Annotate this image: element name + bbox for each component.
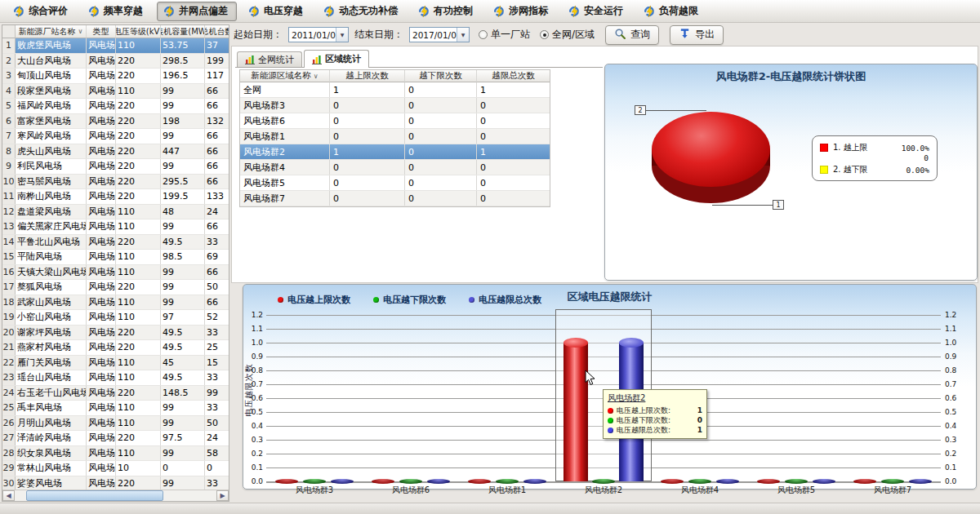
station-table-row[interactable]: 1败虎堡风电场风电场11053.7537 [2, 38, 229, 54]
region-table-row[interactable]: 风电场群2101 [240, 144, 550, 160]
station-table-row[interactable]: 26月明山风电场风电场1109950 [2, 416, 229, 432]
tab-grid-stats[interactable]: 全网统计 [237, 51, 302, 67]
station-cell: 220 [116, 159, 161, 174]
station-table-row[interactable]: 21燕家村风电场风电场22049.525 [2, 340, 229, 356]
bar-zero-series-2[interactable] [331, 479, 354, 484]
station-cell: 织女泉风电场 [16, 446, 87, 461]
end-date-input[interactable]: 2017/01/0 ▼ [409, 27, 470, 42]
region-col-header[interactable]: 越上限次数 [330, 70, 405, 82]
toolbar-tab[interactable]: 动态无功补偿 [317, 2, 407, 21]
radio-option[interactable]: 全网/区域 [540, 28, 595, 42]
start-date-input[interactable]: 2011/01/0 ▼ [288, 27, 349, 42]
region-table-row[interactable]: 全网101 [240, 82, 550, 98]
station-col-header[interactable]: 总机台数 [205, 25, 229, 38]
station-table-row[interactable]: 17獒狐风电场风电场2209950 [2, 280, 229, 295]
bar-series-0[interactable] [564, 343, 588, 481]
region-cell: 0 [405, 175, 477, 190]
region-table-row[interactable]: 风电场群4000 [240, 160, 550, 175]
toolbar-tab[interactable]: 综合评价 [7, 2, 77, 21]
station-table-row[interactable]: 29常林山风电场风电场1000 [2, 461, 229, 476]
toolbar-tab[interactable]: 并网点偏差 [157, 2, 237, 21]
chevron-down-icon[interactable]: ▼ [336, 28, 348, 42]
bar-zero-series-2[interactable] [813, 479, 835, 484]
station-col-header[interactable]: 装机容量(MW) [161, 25, 205, 38]
station-table-row[interactable]: 24右玉老千山风电场风电场220148.599 [2, 386, 229, 401]
station-col-header[interactable]: 电压等级(kV) [116, 25, 161, 38]
y-tick-label: 0.1 [243, 463, 263, 472]
bar-zero-series-1[interactable] [785, 479, 808, 484]
tab-region-stats[interactable]: 区域统计 [304, 50, 369, 68]
region-table-row[interactable]: 风电场群1000 [240, 129, 550, 144]
station-table-row[interactable]: 13偏关黑家庄风电场风电场1109966 [2, 219, 229, 235]
station-col-header[interactable]: 类型 [87, 25, 116, 38]
bar-zero-series-2[interactable] [909, 479, 932, 484]
bar-zero-series-2[interactable] [716, 479, 739, 484]
horizontal-scrollbar[interactable]: ◀ ▶ [2, 490, 229, 501]
station-cell: 平陆风电场 [16, 250, 87, 264]
station-table-row[interactable]: 22雁门关风电场风电场1104515 [2, 356, 229, 371]
station-cell: 117 [205, 69, 229, 83]
station-table-row[interactable]: 2大山台风电场风电场220298.5199 [2, 54, 229, 69]
scroll-left-arrow-icon[interactable]: ◀ [2, 490, 15, 501]
bar-zero-series-1[interactable] [496, 479, 519, 484]
station-table-row[interactable]: 4段家堡风电场风电场1109966 [2, 84, 229, 100]
export-button[interactable]: 导出 [670, 25, 724, 45]
bar-zero-series-0[interactable] [275, 479, 298, 484]
toolbar-tab[interactable]: 有功控制 [412, 2, 482, 21]
station-table-row[interactable]: 20谢家坪风电场风电场22049.533 [2, 326, 229, 341]
region-cell: 风电场群7 [240, 191, 330, 206]
bar-zero-series-1[interactable] [688, 479, 711, 484]
toolbar-tab[interactable]: 电压穿越 [242, 2, 312, 21]
station-table-row[interactable]: 9利民风电场风电场2209966 [2, 159, 229, 175]
region-col-header[interactable]: 越限总次数 [477, 70, 550, 82]
station-table-row[interactable]: 11南桦山风电场风电场220199.5133 [2, 189, 229, 205]
region-table-row[interactable]: 风电场群7000 [240, 191, 550, 206]
toolbar-tab[interactable]: 频率穿越 [82, 2, 152, 21]
region-table-row[interactable]: 风电场群6000 [240, 113, 550, 129]
station-table-row[interactable]: 28织女泉风电场风电场1109958 [2, 446, 229, 462]
station-table-row[interactable]: 10密马鬃风电场风电场220295.566 [2, 175, 229, 190]
bar-zero-series-0[interactable] [853, 479, 876, 484]
bar-zero-series-1[interactable] [399, 479, 422, 484]
row-index: 18 [2, 295, 16, 310]
station-table-row[interactable]: 6富家堡风电场风电场220198132 [2, 114, 229, 130]
station-table-row[interactable]: 12盘道梁风电场风电场1104824 [2, 205, 229, 220]
station-table-row[interactable]: 23瑶台山风电场风电场11049.533 [2, 370, 229, 386]
pie-slice[interactable] [652, 112, 770, 205]
region-col-header[interactable]: 越下限次数 [405, 70, 477, 82]
bar-zero-series-0[interactable] [468, 479, 491, 484]
bar-zero-series-1[interactable] [881, 479, 904, 484]
region-table-row[interactable]: 风电场群5000 [240, 175, 550, 191]
radio-option[interactable]: 单一厂站 [479, 28, 530, 42]
station-table-row[interactable]: 27泽清岭风电场风电场22097.524 [2, 431, 229, 446]
bar-zero-series-0[interactable] [661, 479, 684, 484]
station-table-row[interactable]: 8虎头山风电场风电场22044766 [2, 144, 229, 160]
toolbar-tab[interactable]: 涉网指标 [487, 2, 557, 21]
station-table-row[interactable]: 16天镇大梁山风电场风电场1109966 [2, 265, 229, 281]
scroll-right-arrow-icon[interactable]: ▶ [216, 490, 229, 501]
search-button[interactable]: 查询 [605, 25, 659, 45]
station-col-header[interactable]: 新能源厂站名称∨ [16, 25, 87, 38]
station-table-row[interactable]: 14平鲁北山风电场风电场22049.533 [2, 235, 229, 250]
scrollbar-track[interactable] [15, 490, 216, 501]
bar-zero-series-1[interactable] [303, 479, 326, 484]
station-table-row[interactable]: 7寒风岭风电场风电场2209966 [2, 129, 229, 144]
bar-zero-series-0[interactable] [757, 479, 780, 484]
toolbar-tab[interactable]: 安全运行 [562, 2, 632, 21]
toolbar-tab[interactable]: 负荷越限 [637, 2, 707, 21]
station-table-row[interactable]: 25禹丰风电场风电场1109933 [2, 401, 229, 416]
bar-zero-series-1[interactable] [592, 479, 615, 484]
bar-zero-series-2[interactable] [427, 479, 450, 484]
chevron-down-icon[interactable]: ▼ [457, 28, 469, 42]
station-table-row[interactable]: 5福风岭风电场风电场2209966 [2, 99, 229, 114]
region-col-header[interactable]: 新能源区域名称∨ [240, 70, 330, 82]
scrollbar-thumb[interactable] [26, 490, 163, 501]
station-table-row[interactable]: 19小窑山风电场风电场1109752 [2, 310, 229, 326]
bar-zero-series-2[interactable] [523, 479, 546, 484]
station-table-row[interactable]: 18武家山风电场风电场1109966 [2, 295, 229, 311]
station-table-row[interactable]: 15平陆风电场风电场11098.569 [2, 250, 229, 265]
station-table-row[interactable]: 3甸顶山风电场风电场220196.5117 [2, 69, 229, 84]
bar-zero-series-0[interactable] [372, 479, 394, 484]
region-table-row[interactable]: 风电场群3000 [240, 98, 550, 113]
x-category-label: 风电场群4 [652, 485, 748, 496]
